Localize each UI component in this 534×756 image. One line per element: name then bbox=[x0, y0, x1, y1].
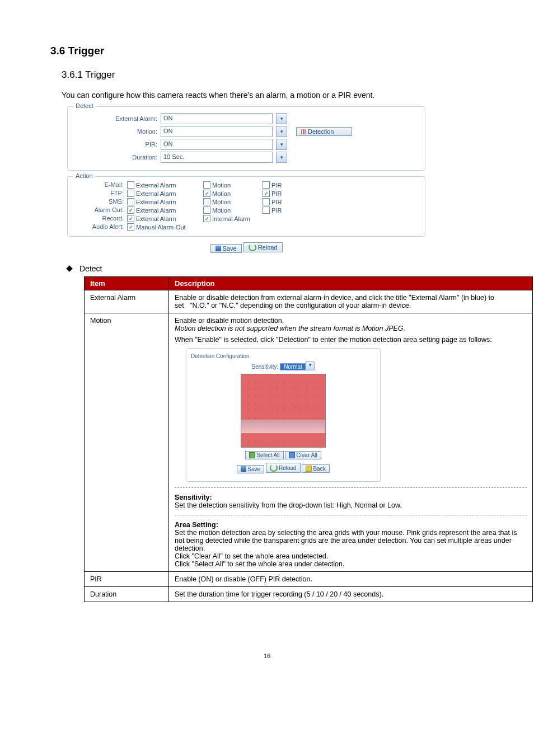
detection-config-title: Detection Configuration bbox=[191, 353, 376, 359]
row-pir-desc: Enable (ON) or disable (OFF) PIR detecti… bbox=[169, 571, 533, 586]
manual-alarm-checkbox[interactable]: ✓Manual Alarm-Out bbox=[127, 223, 302, 231]
external-alarm-checkbox[interactable]: ✓External Alarm bbox=[127, 206, 200, 214]
sensitivity-text: Set the detection sensitivity from the d… bbox=[175, 501, 527, 509]
action-row-label: Audio Alert: bbox=[73, 223, 124, 231]
chevron-down-icon[interactable]: ▾ bbox=[306, 361, 315, 370]
action-row-label: FTP: bbox=[73, 190, 124, 197]
description-table: Item Description External Alarm Enable o… bbox=[84, 276, 533, 602]
detection-config-screenshot: Detection Configuration Sensitivity: Nor… bbox=[186, 348, 381, 482]
row-external-alarm-desc: Enable or disable detection from externa… bbox=[169, 290, 533, 313]
reload-button[interactable]: Reload bbox=[266, 463, 301, 473]
row-duration-desc: Set the duration time for trigger record… bbox=[169, 586, 533, 602]
diamond-icon bbox=[66, 265, 72, 271]
area-setting-p2: Click "Clear All" to set the whole area … bbox=[175, 552, 527, 560]
action-panel-title: Action bbox=[73, 172, 95, 179]
motion-select[interactable]: ON bbox=[161, 126, 273, 137]
th-item: Item bbox=[85, 277, 169, 290]
pir-checkbox[interactable]: PIR bbox=[263, 181, 302, 189]
external-alarm-select[interactable]: ON bbox=[161, 113, 273, 124]
sensitivity-select[interactable]: Normal bbox=[280, 363, 306, 370]
pir-checkbox[interactable]: ✓PIR bbox=[263, 190, 302, 197]
external-alarm-label: External Alarm: bbox=[73, 115, 157, 122]
action-row-label: SMS: bbox=[73, 198, 124, 205]
intro-text: You can configure how this camera reacts… bbox=[62, 91, 484, 100]
action-row-label: Alarm Out: bbox=[73, 206, 124, 214]
checkbox-icon bbox=[203, 206, 210, 214]
pir-checkbox[interactable]: PIR bbox=[263, 198, 302, 205]
action-panel: Action E-Mail:External AlarmMotionPIRFTP… bbox=[67, 176, 425, 237]
chevron-down-icon[interactable]: ▾ bbox=[276, 113, 287, 124]
checkbox-icon: ✓ bbox=[127, 223, 134, 231]
checkbox-icon bbox=[263, 206, 270, 214]
reload-icon bbox=[249, 243, 256, 251]
pir-checkbox[interactable]: PIR bbox=[263, 206, 302, 214]
checkbox-icon: ✓ bbox=[203, 190, 210, 197]
action-row-label: Record: bbox=[73, 215, 124, 222]
external-alarm-checkbox[interactable]: External Alarm bbox=[127, 198, 200, 205]
save-icon bbox=[241, 466, 246, 472]
pir-label: PIR: bbox=[73, 141, 157, 148]
action-row-label: E-Mail: bbox=[73, 181, 124, 189]
checkbox-icon bbox=[263, 181, 270, 189]
page-number: 16 bbox=[50, 652, 484, 659]
row-pir-item: PIR bbox=[85, 571, 169, 586]
external-alarm-checkbox[interactable]: External Alarm bbox=[127, 181, 200, 189]
external-alarm-checkbox[interactable]: External Alarm bbox=[127, 190, 200, 197]
motion-checkbox[interactable]: Motion bbox=[203, 181, 259, 189]
row-duration-item: Duration bbox=[85, 586, 169, 602]
checkbox-icon: ✓ bbox=[263, 190, 270, 197]
sensitivity-label: Sensitivity: bbox=[252, 364, 279, 370]
detect-bullet: Detect bbox=[67, 264, 484, 273]
pir-select[interactable]: ON bbox=[161, 139, 273, 150]
save-button[interactable]: Save bbox=[237, 465, 264, 473]
checkbox-icon bbox=[263, 198, 270, 205]
area-setting-p1: Set the motion detection area by selecti… bbox=[175, 529, 527, 552]
checkbox-icon bbox=[203, 198, 210, 205]
motion-checkbox[interactable]: Motion bbox=[203, 198, 259, 205]
subsection-title: 3.6.1 Trigger bbox=[62, 69, 484, 81]
duration-label: Duration: bbox=[73, 154, 157, 161]
motion-label: Motion: bbox=[73, 128, 157, 135]
checkbox-icon: ✓ bbox=[203, 215, 210, 222]
sensitivity-header: Sensitivity: bbox=[175, 494, 527, 501]
grid-icon bbox=[249, 452, 255, 458]
detect-panel: Detect External Alarm: ON ▾ Motion: ON ▾… bbox=[67, 106, 425, 171]
th-desc: Description bbox=[169, 277, 533, 290]
row-motion-item: Motion bbox=[85, 313, 169, 572]
clear-all-button[interactable]: Clear All bbox=[285, 451, 321, 459]
row-external-alarm-item: External Alarm bbox=[85, 290, 169, 313]
section-title: 3.6 Trigger bbox=[50, 45, 484, 57]
chevron-down-icon[interactable]: ▾ bbox=[276, 126, 287, 137]
checkbox-icon: ✓ bbox=[127, 215, 134, 222]
detection-icon bbox=[301, 129, 306, 134]
save-icon bbox=[216, 246, 221, 251]
chevron-down-icon[interactable]: ▾ bbox=[276, 139, 287, 150]
back-icon bbox=[306, 466, 312, 472]
detection-button[interactable]: Detection bbox=[296, 127, 352, 136]
checkbox-icon bbox=[203, 181, 210, 189]
reload-button[interactable]: Reload bbox=[243, 242, 283, 252]
motion-checkbox[interactable]: ✓Motion bbox=[203, 190, 259, 197]
reload-icon bbox=[270, 464, 278, 472]
checkbox-icon bbox=[127, 198, 134, 205]
grid-icon bbox=[289, 452, 295, 458]
checkbox-icon bbox=[127, 190, 134, 197]
detection-grid[interactable] bbox=[241, 374, 326, 448]
checkbox-icon: ✓ bbox=[127, 206, 134, 214]
area-setting-header: Area Setting: bbox=[175, 521, 527, 529]
checkbox-icon bbox=[127, 181, 134, 189]
motion-checkbox[interactable]: Motion bbox=[203, 206, 259, 214]
duration-select[interactable]: 10 Sec. bbox=[161, 152, 273, 163]
chevron-down-icon[interactable]: ▾ bbox=[276, 152, 287, 163]
area-setting-p3: Click "Select All" to set the whole area… bbox=[175, 560, 527, 568]
select-all-button[interactable]: Select All bbox=[245, 451, 283, 459]
trigger-screenshot: Detect External Alarm: ON ▾ Motion: ON ▾… bbox=[67, 106, 425, 253]
internal-alarm-checkbox[interactable]: ✓Internal Alarm bbox=[203, 215, 302, 222]
external-alarm-checkbox[interactable]: ✓External Alarm bbox=[127, 215, 200, 222]
detect-panel-title: Detect bbox=[73, 102, 96, 109]
row-motion-desc: Enable or disable motion detection. Moti… bbox=[169, 313, 533, 572]
save-button[interactable]: Save bbox=[210, 244, 242, 253]
back-button[interactable]: Back bbox=[302, 464, 329, 473]
